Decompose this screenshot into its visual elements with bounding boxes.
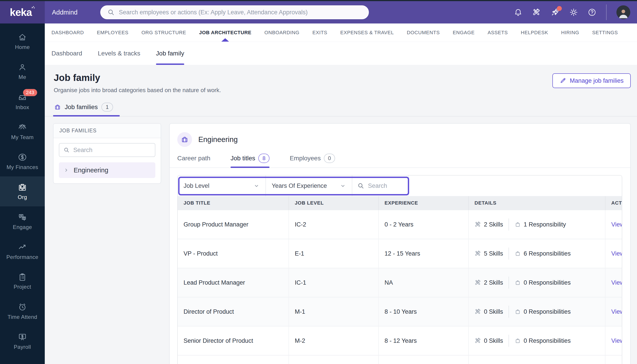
details-cell: 2 Skills 0 Responsibilities: [468, 268, 605, 297]
nav-item-onboarding[interactable]: ONBOARDING: [264, 24, 299, 42]
sidebar-item-project[interactable]: Project: [0, 266, 45, 296]
global-search[interactable]: [100, 5, 369, 19]
responsibility-briefcase-icon: [514, 308, 521, 315]
pencil-icon: [559, 77, 566, 84]
rocket-notification-dot: [557, 6, 562, 11]
view-details-link[interactable]: View Details: [611, 338, 622, 344]
cell-divider: [509, 218, 509, 230]
sidebar-item-my-finances[interactable]: My Finances: [0, 146, 45, 176]
topbar-actions: [514, 4, 637, 20]
rocket-icon[interactable]: [551, 8, 559, 17]
nav-item-dashboard[interactable]: DASHBOARD: [52, 24, 84, 42]
skills-tools-icon: [475, 279, 481, 286]
nav-item-helpdesk[interactable]: HELPDESK: [521, 24, 548, 42]
actions-cell: View Details: [605, 239, 622, 268]
brand-logo-block[interactable]: keka: [0, 1, 45, 24]
subnav-item-job-family[interactable]: Job family: [156, 42, 184, 65]
nav-item-documents[interactable]: DOCUMENTS: [407, 24, 440, 42]
table-search-input[interactable]: [368, 182, 403, 190]
experience-cell: 12 - 15 Years: [379, 355, 468, 364]
nav-item-hiring[interactable]: HIRING: [561, 24, 579, 42]
view-details-link[interactable]: View Details: [611, 279, 622, 286]
engage-chat-icon: [18, 212, 27, 222]
job-level-filter[interactable]: Job Level: [178, 176, 266, 196]
sidebar: Home Me 243 Inbox My Team My Finances Or…: [0, 24, 45, 364]
job-title-cell: VP - Product: [178, 239, 289, 268]
job-level-cell: M-1: [289, 297, 379, 326]
dollar-circle-icon: [18, 152, 27, 162]
tab-job-titles[interactable]: Job titles 8: [230, 154, 270, 168]
experience-filter[interactable]: Years Of Experience: [266, 176, 352, 196]
nav-item-settings[interactable]: SETTINGS: [592, 24, 618, 42]
sidebar-item-payroll[interactable]: Payroll: [0, 326, 45, 356]
org-building-icon: [18, 182, 27, 192]
experience-cell: 8 - 10 Years: [379, 297, 468, 326]
sidebar-item-label: Me: [19, 74, 26, 80]
table-row: Lead Product Manager IC-1 NA 2 Skills: [178, 268, 622, 297]
nav-item-expenses-travel[interactable]: EXPENSES & TRAVEL: [340, 24, 394, 42]
sidebar-item-engage[interactable]: Engage: [0, 206, 45, 236]
view-details-link[interactable]: View Details: [611, 250, 622, 257]
sidebar-item-label: Home: [15, 44, 30, 50]
job-level-cell: E-1: [289, 239, 379, 268]
nav-item-job-architecture[interactable]: JOB ARCHITECTURE: [199, 24, 252, 42]
tools-icon[interactable]: [532, 8, 541, 16]
nav-item-assets[interactable]: ASSETS: [487, 24, 508, 42]
tab-employees[interactable]: Employees 0: [290, 154, 335, 168]
performance-trend-icon: [18, 242, 27, 252]
topbar: keka Addmind: [0, 1, 637, 24]
sidebar-item-performance[interactable]: Performance: [0, 236, 45, 266]
sidebar-item-home[interactable]: Home: [0, 26, 45, 56]
user-avatar[interactable]: [616, 5, 630, 19]
responsibility-briefcase-icon: [514, 279, 521, 286]
tab-job-families[interactable]: Job families 1: [53, 100, 120, 116]
table-search[interactable]: [352, 176, 409, 196]
job-families-panel-header: JOB FAMILIES: [54, 124, 161, 138]
chevron-down-icon: [253, 183, 260, 189]
tab-career-path[interactable]: Career path: [177, 154, 210, 168]
sidebar-item-me[interactable]: Me: [0, 56, 45, 86]
notifications-bell-icon[interactable]: [514, 8, 522, 16]
actions-cell: View Details: [605, 297, 622, 326]
sidebar-item-label: My Finances: [7, 164, 38, 170]
subnav-item-dashboard[interactable]: Dashboard: [52, 42, 82, 65]
sidebar-item-inbox[interactable]: 243 Inbox: [0, 86, 45, 116]
families-tab-band: Job families 1: [45, 100, 637, 116]
sidebar-item-time-attend[interactable]: Time Attend: [0, 296, 45, 326]
experience-cell: NA: [379, 268, 468, 297]
job-titles-table-container: Job Level Years Of Experience: [177, 175, 622, 364]
sidebar-item-my-team[interactable]: My Team: [0, 116, 45, 146]
cell-divider: [509, 248, 509, 260]
families-search-input[interactable]: [73, 147, 151, 154]
table-header-row: JOB TITLE JOB LEVEL EXPERIENCE DETAILS A…: [178, 196, 622, 210]
details-cell: 5 Skills 6 Responsibilities: [468, 239, 605, 268]
help-icon[interactable]: [588, 8, 596, 16]
page-content: Job family Organise jobs into broad cate…: [45, 65, 637, 364]
skills-tools-icon: [475, 338, 481, 344]
family-list-item-engineering[interactable]: Engineering: [59, 162, 155, 178]
actions-cell: View Details: [605, 355, 622, 364]
nav-item-employees[interactable]: EMPLOYEES: [97, 24, 128, 42]
nav-item-org-structure[interactable]: ORG STRUCTURE: [141, 24, 186, 42]
actions-cell: View Details: [605, 326, 622, 355]
settings-gear-icon[interactable]: [569, 8, 578, 16]
nav-item-exits[interactable]: EXITS: [312, 24, 328, 42]
nav-item-engage[interactable]: ENGAGE: [453, 24, 475, 42]
job-title-cell: Group Product Manager: [178, 210, 289, 239]
sub-nav: Dashboard Levels & tracks Job family: [45, 42, 637, 65]
chevron-down-icon: [340, 183, 346, 189]
page-subtitle: Organise jobs into broad categories base…: [54, 87, 221, 94]
responsibilities-count: 0 Responsibilities: [524, 279, 571, 286]
manage-job-families-button[interactable]: Manage job families: [552, 73, 631, 88]
family-detail-tabs: Career path Job titles 8 Employees 0: [170, 154, 630, 168]
sidebar-item-label: Time Attend: [8, 314, 37, 320]
subnav-item-levels-tracks[interactable]: Levels & tracks: [98, 42, 140, 65]
view-details-link[interactable]: View Details: [611, 221, 622, 228]
families-search[interactable]: [59, 143, 155, 157]
sidebar-item-label: Engage: [13, 224, 32, 230]
sidebar-item-org[interactable]: Org: [0, 176, 45, 206]
global-search-input[interactable]: [119, 9, 362, 16]
job-title-cell: Senior Director of Product: [178, 326, 289, 355]
view-details-link[interactable]: View Details: [611, 308, 622, 315]
column-details: DETAILS: [468, 196, 605, 210]
